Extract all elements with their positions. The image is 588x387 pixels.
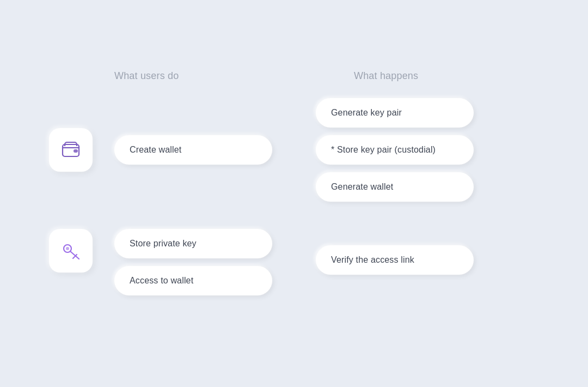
store-key-pair-pill: * Store key pair (custodial): [316, 135, 474, 165]
generate-key-pair-pill: Generate key pair: [316, 98, 474, 128]
store-private-key-pill: Store private key: [114, 229, 272, 258]
key-actions: Store private key Access to wallet: [114, 229, 272, 295]
wallet-icon-box: [49, 128, 93, 172]
right-column-label: What happens: [354, 70, 418, 82]
key-row: Store private key Access to wallet Verif…: [49, 229, 539, 295]
verify-access-link-pill: Verify the access link: [316, 245, 474, 275]
wallet-results: Generate key pair * Store key pair (cust…: [316, 98, 474, 202]
wallet-row: Create wallet Generate key pair * Store …: [49, 98, 539, 202]
columns-header: What users do What happens: [49, 70, 539, 82]
svg-line-4: [70, 251, 79, 259]
svg-line-6: [73, 257, 75, 258]
wallet-icon: [60, 140, 81, 160]
generate-wallet-pill: Generate wallet: [316, 172, 474, 202]
wallet-actions: Create wallet: [114, 135, 272, 165]
key-icon: [60, 240, 81, 261]
left-column-label: What users do: [114, 70, 310, 82]
svg-point-3: [66, 247, 69, 250]
svg-rect-1: [74, 149, 78, 153]
key-icon-box: [49, 229, 93, 273]
main-container: What users do What happens Create wallet…: [49, 70, 539, 317]
create-wallet-pill: Create wallet: [114, 135, 272, 165]
svg-line-5: [75, 255, 77, 256]
key-results: Verify the access link: [316, 229, 474, 275]
access-to-wallet-pill: Access to wallet: [114, 266, 272, 295]
